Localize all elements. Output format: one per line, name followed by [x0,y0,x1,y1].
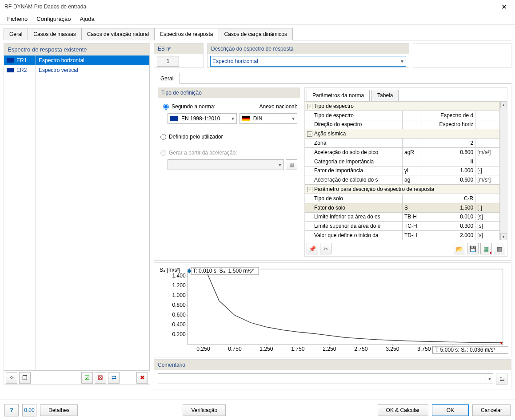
param-label: Fator do solo [305,203,403,212]
spectrum-list-header: Espectro de resposta existente [4,44,150,55]
copy-icon[interactable]: ❐ [19,372,31,384]
ok-button[interactable]: OK [432,404,469,416]
vertical-scrollbar[interactable]: ▴ ▾ [500,101,507,240]
param-value[interactable]: C-R [422,194,475,203]
tab-espectros[interactable]: Espectros de resposta [154,28,219,40]
chevron-down-icon[interactable]: ▾ [229,115,236,122]
menu-help[interactable]: Ajuda [76,14,99,24]
param-value[interactable]: Espectro horiz [422,120,475,129]
param-tab-norma[interactable]: Parâmetros da norma [307,90,370,101]
unpin-icon[interactable]: ✂ [320,243,331,254]
param-unit: [s] [475,222,500,231]
radio-from-accel [160,150,166,156]
radio-by-standard[interactable] [163,104,169,110]
svg-text:2.250: 2.250 [323,346,336,352]
param-value[interactable]: 1.000 [422,166,475,175]
param-value[interactable]: 0.010 [422,212,475,222]
help-icon[interactable]: ? [4,404,19,416]
param-unit: [m/s²] [475,147,500,157]
param-value[interactable]: 0.600 [422,175,475,185]
es-num-label: ES nº [154,44,203,54]
list-item-er1-id[interactable]: ER1 [4,55,36,65]
tab-vibracao[interactable]: Casos de vibração natural [81,28,155,40]
tab-massas[interactable]: Casos de massas [28,28,81,40]
comment-lib-icon[interactable]: 🗂 [496,373,507,384]
param-symbol: TC-H [402,222,422,231]
param-group[interactable]: −Parâmetro para descrição do espectro de… [305,185,500,194]
spectrum-chart: Sₐ [m/s²] 1.4001.2001.0000.8000.6000.400… [154,262,511,357]
new-icon[interactable]: ✧ [6,372,17,384]
pick-accel-icon: ▦ [286,159,297,170]
svg-text:0.200: 0.200 [172,331,186,337]
param-symbol [402,194,422,203]
param-symbol [402,120,422,129]
param-unit [475,194,500,203]
svg-text:0.250: 0.250 [196,346,210,352]
open-icon[interactable]: 📂 [454,243,465,254]
pin-icon[interactable]: 📌 [307,243,318,254]
excel-icon[interactable]: ▦▸ [480,243,492,254]
param-value[interactable]: 2 [422,139,475,148]
verify-button[interactable]: Verificação [183,404,226,416]
standard-dropdown[interactable]: EN 1998-1:2010▾ [168,113,237,124]
param-grid[interactable]: −Tipo de espectroTipo de espectroEspectr… [305,101,500,240]
comment-label: Comentário [154,360,511,370]
radio-by-standard-label: Segundo a norma: [172,103,216,110]
list-item-er1-desc[interactable]: Espectro horizontal [36,55,149,65]
menu-config[interactable]: Configuração [32,14,75,24]
scroll-up-icon[interactable]: ▴ [500,101,507,108]
param-unit [475,120,500,129]
es-num-input[interactable] [157,56,179,67]
export-icon[interactable]: ▥ [494,243,505,254]
eu-flag-icon [7,58,14,63]
chevron-down-icon[interactable]: ▾ [486,374,493,384]
annex-dropdown[interactable]: DIN▾ [240,113,297,124]
close-icon[interactable]: ✕ [498,1,511,13]
param-label: Tipo de espectro [305,111,403,120]
units-icon[interactable]: 0.00 [22,404,36,416]
delete-icon[interactable]: ✖ [136,372,148,384]
save-icon[interactable]: 💾 [467,243,479,254]
menu-file[interactable]: Ficheiro [3,14,32,24]
desc-input[interactable] [211,56,398,66]
sub-tab-geral[interactable]: Geral [154,73,180,84]
tab-carga[interactable]: Casos de carga dinâmicos [219,28,293,40]
chevron-down-icon[interactable]: ▾ [398,56,406,66]
param-value[interactable]: II [422,157,475,166]
param-group[interactable]: −Ação sísmica [305,129,500,139]
svg-text:0.400: 0.400 [172,321,186,328]
de-flag-icon [242,116,250,121]
radio-user-defined[interactable] [160,134,166,140]
ok-calc-button[interactable]: OK & Calcular [378,404,428,416]
param-symbol: TD-H [402,231,422,240]
param-label: Aceleração do solo de pico [305,147,403,157]
param-value[interactable]: Espectro de d [422,111,475,120]
param-symbol: γI [402,166,422,175]
uncheck-icon[interactable]: ☒ [95,372,106,384]
param-group[interactable]: −Tipo de espectro [305,102,500,111]
comment-input[interactable] [158,374,486,384]
svg-text:1.250: 1.250 [259,346,273,352]
chevron-down-icon[interactable]: ▾ [290,115,297,122]
chevron-down-icon: ▾ [276,162,283,168]
details-button[interactable]: Detalhes [40,404,78,416]
main-tabs: Geral Casos de massas Casos de vibração … [4,28,511,40]
param-unit: [s] [475,231,500,240]
param-label: Zona [305,139,403,148]
toggle-icon[interactable]: ⇄ [108,372,120,384]
param-tab-tabela[interactable]: Tabela [371,90,399,101]
param-value[interactable]: 1.500 [422,203,475,212]
svg-text:3.250: 3.250 [386,346,399,352]
param-value[interactable]: 0.300 [422,222,475,231]
param-value[interactable]: 0.600 [422,147,475,157]
param-label: Direção do espectro [305,120,403,129]
cancel-button[interactable]: Cancelar [472,404,511,416]
param-label: Categoria de importância [305,157,403,166]
checkall-icon[interactable]: ☑ [81,372,93,384]
tab-geral[interactable]: Geral [4,28,28,40]
annex-label: Anexo nacional: [259,102,297,111]
list-item-er2-desc[interactable]: Espectro vertical [36,65,149,75]
scroll-down-icon[interactable]: ▾ [500,233,507,240]
param-value[interactable]: 2.000 [422,231,475,240]
list-item-er2-id[interactable]: ER2 [4,65,36,75]
